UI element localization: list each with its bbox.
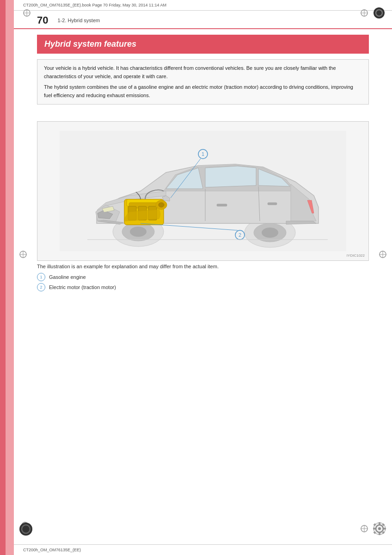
footer-file: CT200h_OM_OM76135E_(EE) [23, 548, 81, 552]
svg-rect-51 [373, 528, 375, 530]
svg-text:1: 1 [202, 151, 204, 157]
page: CT200h_OM_OM76135E_(EE).book Page 70 Fri… [0, 0, 392, 555]
car-diagram-svg: 1 2 [47, 131, 359, 251]
legend-item-2: 2 Electric motor (traction motor) [37, 283, 369, 291]
right-mid-crosshair [378, 250, 387, 261]
top-right-gear-icon [373, 6, 386, 19]
image-credit: IYDIC1022 [347, 253, 365, 258]
main-content-area: CT200h_OM_OM76135E_(EE).book Page 70 Fri… [14, 0, 392, 555]
svg-text:2: 2 [239, 232, 241, 238]
svg-rect-49 [379, 522, 380, 524]
bottom-right-gear-icon [373, 522, 386, 536]
info-box: Your vehicle is a hybrid vehicle. It has… [37, 59, 369, 105]
legend-label-2: Electric motor (traction motor) [49, 284, 116, 290]
svg-rect-17 [217, 204, 227, 206]
chapter-title: 1-2. Hybrid system [57, 18, 100, 23]
bottom-metadata: CT200h_OM_OM76135E_(EE) [14, 544, 392, 555]
legend-item-1: 1 Gasoline engine [37, 273, 369, 281]
caption-text: The illustration is an example for expla… [37, 264, 219, 269]
bottom-right-crosshair-icon [360, 524, 369, 533]
svg-point-6 [374, 7, 385, 18]
bottom-right-decorations [360, 522, 386, 536]
top-right-decorations [360, 6, 386, 19]
info-para-1: Your vehicle is a hybrid vehicle. It has… [44, 64, 362, 80]
top-right-crosshair-icon [360, 8, 369, 18]
page-header: 70 1-2. Hybrid system [14, 11, 392, 29]
svg-point-48 [378, 527, 381, 530]
left-bar-inner [0, 0, 6, 555]
left-accent-bar [0, 0, 14, 555]
legend-list: 1 Gasoline engine 2 Electric motor (trac… [14, 269, 392, 291]
page-number: 70 [37, 14, 48, 26]
car-svg: 1 2 [47, 131, 359, 251]
top-left-crosshair [22, 8, 31, 19]
svg-rect-52 [384, 528, 386, 530]
file-info: CT200h_OM_OM76135E_(EE).book Page 70 Fri… [23, 3, 166, 7]
bottom-left-circle [18, 522, 33, 538]
svg-rect-18 [268, 203, 277, 205]
section-title: Hybrid system features [44, 39, 361, 49]
section-title-bar: Hybrid system features [37, 35, 369, 54]
legend-label-1: Gasoline engine [49, 274, 86, 280]
figure-caption: The illustration is an example for expla… [14, 261, 392, 269]
legend-num-2: 2 [37, 283, 45, 291]
top-metadata: CT200h_OM_OM76135E_(EE).book Page 70 Fri… [14, 0, 392, 11]
svg-rect-50 [379, 533, 380, 535]
svg-point-26 [159, 203, 164, 207]
svg-point-11 [130, 227, 147, 237]
svg-point-14 [262, 228, 278, 238]
car-illustration: 1 2 IYDIC1022 [37, 121, 369, 261]
info-para-2: The hybrid system combines the use of a … [44, 83, 362, 99]
main-text-content: Your vehicle is a hybrid vehicle. It has… [14, 54, 392, 115]
legend-num-1: 1 [37, 273, 45, 281]
left-mid-crosshair [18, 250, 28, 261]
